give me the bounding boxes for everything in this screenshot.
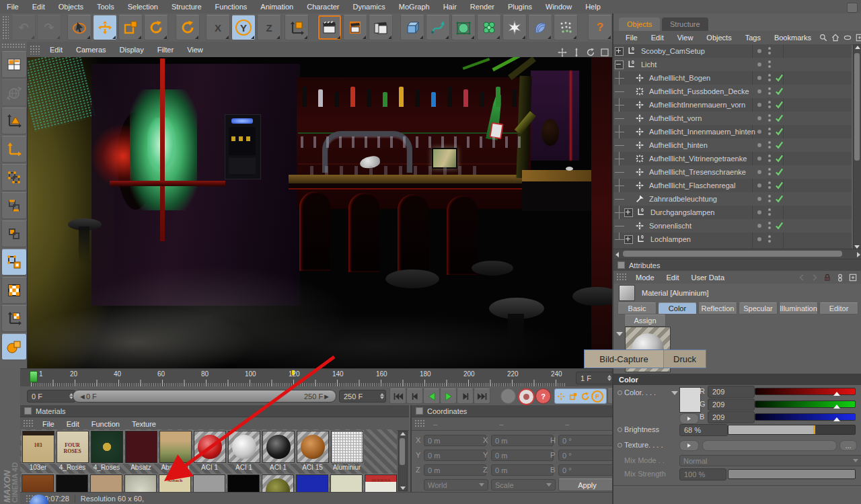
frame-increment-field[interactable]: 1 F — [576, 372, 613, 384]
render-settings-icon[interactable] — [343, 15, 367, 40]
materials-menu-function[interactable]: Function — [85, 420, 126, 428]
menubar-item-animation[interactable]: Animation — [254, 3, 300, 11]
tree-row[interactable]: Zahnradbeleuchtung — [613, 192, 852, 206]
polygons-mode-icon[interactable] — [1, 220, 27, 247]
material-thumbnail[interactable] — [22, 474, 54, 492]
rotate-view-icon[interactable] — [583, 44, 593, 54]
material-thumbnail[interactable] — [227, 474, 260, 492]
coord-field-size-Y[interactable]: 0 m — [491, 450, 554, 461]
goto-start-icon[interactable] — [389, 388, 406, 404]
goto-end-icon[interactable] — [474, 388, 490, 404]
tree-label[interactable]: Sonnenlischt — [649, 222, 691, 230]
play-backward-icon[interactable] — [423, 388, 440, 404]
uv-mode-icon[interactable] — [1, 249, 27, 276]
scroll-left-icon[interactable] — [615, 252, 619, 257]
scroll-up-icon[interactable] — [400, 432, 406, 435]
material-item[interactable]: ACI 15 — [296, 431, 329, 472]
layer-dot-icon[interactable] — [757, 143, 761, 147]
tree-row[interactable]: Aufhelllicht_Vitrinengetraenke — [613, 152, 852, 165]
material-item[interactable]: ACI 1 — [227, 431, 260, 472]
material-thumbnail[interactable]: Asbach — [159, 474, 191, 492]
materials-title-bar[interactable]: Materials — [20, 405, 409, 417]
material-thumbnail[interactable] — [125, 431, 157, 463]
materials-menu-file[interactable]: File — [36, 420, 61, 428]
material-thumbnail[interactable]: FOUR ROSES — [57, 431, 89, 463]
current-frame-field[interactable]: 0 F — [27, 390, 75, 403]
visibility-dots-icon[interactable] — [768, 47, 771, 50]
tree-label[interactable]: Scooby_CamSetup — [641, 47, 705, 55]
tree-label[interactable]: Durchgangslampen — [650, 208, 714, 216]
scroll-up-icon[interactable] — [855, 46, 860, 49]
material-thumbnail[interactable] — [296, 474, 328, 492]
tree-label[interactable]: Aufhellicht_Innenmauern_hinten — [649, 128, 755, 136]
material-thumbnail[interactable] — [331, 431, 363, 463]
menubar-item-selection[interactable]: Selection — [121, 3, 165, 11]
model-mode-icon[interactable] — [1, 108, 27, 134]
layer-dot-icon[interactable] — [757, 237, 761, 241]
material-item[interactable]: 103103er — [22, 431, 54, 472]
tab-specular[interactable]: Specular — [739, 302, 778, 314]
autokey-record-icon[interactable] — [518, 388, 535, 405]
tree-label[interactable]: Aufhelllicht_Flaschenregal — [649, 181, 735, 190]
rotate-tool-icon[interactable] — [144, 15, 168, 40]
material-item[interactable]: ACI 1 — [262, 431, 295, 472]
render-enabled-check-icon[interactable] — [775, 167, 784, 176]
material-item[interactable]: ACI 1 — [193, 431, 226, 472]
channel-G-slider[interactable] — [755, 401, 856, 408]
timeline-range-slider[interactable]: ◄ 0 F250 F ► — [73, 390, 336, 403]
visibility-dots-icon[interactable] — [768, 60, 771, 63]
slider-marker[interactable] — [833, 405, 840, 409]
menubar-item-hair[interactable]: Hair — [437, 3, 463, 11]
visibility-dots-icon[interactable] — [768, 141, 771, 144]
layout-manager-icon[interactable] — [1, 51, 27, 78]
coord-field-size-Z[interactable]: 0 m — [491, 464, 554, 476]
viewport-menu-view[interactable]: View — [180, 46, 210, 54]
viewport-menu-filter[interactable]: Filter — [151, 46, 180, 54]
tab-basic[interactable]: Basic — [617, 302, 657, 314]
material-thumbnail[interactable] — [56, 474, 88, 492]
preview-collapse-icon[interactable] — [616, 332, 623, 336]
mix-mode-dropdown[interactable]: Normal — [679, 455, 861, 466]
texture-expand-button[interactable] — [679, 440, 699, 451]
anim-dot-icon[interactable] — [617, 427, 622, 432]
expand-icon[interactable] — [615, 47, 624, 56]
visibility-dots-icon[interactable] — [768, 74, 771, 77]
tree-label[interactable]: Aufhellicht_vorn — [649, 114, 702, 122]
texture-browse-button[interactable]: ... — [839, 440, 857, 451]
tree-row[interactable]: Aufhellicht_Fussboden_Decke — [613, 85, 852, 98]
slider-marker[interactable] — [833, 392, 840, 396]
layer-dot-icon[interactable] — [757, 103, 761, 107]
apply-button[interactable]: Apply — [558, 478, 616, 491]
visibility-dots-icon[interactable] — [768, 168, 771, 171]
render-enabled-check-icon[interactable] — [775, 181, 784, 190]
visibility-dots-icon[interactable] — [768, 181, 771, 184]
color-expand-icon[interactable] — [671, 391, 678, 395]
layer-dot-icon[interactable] — [757, 157, 761, 161]
coord-field-position-Z[interactable]: 0 m — [424, 464, 486, 476]
tab-reflection[interactable]: Reflection — [698, 302, 737, 314]
range-right-arrow[interactable]: ► — [323, 392, 330, 401]
simulation-shell-icon[interactable] — [528, 15, 552, 40]
texture-mode-icon[interactable] — [1, 277, 27, 304]
visibility-dots-icon[interactable] — [768, 128, 771, 130]
menubar-item-window[interactable]: Window — [539, 3, 578, 11]
material-thumbnail[interactable] — [159, 431, 192, 463]
color-picker-button[interactable] — [679, 413, 699, 424]
tree-row[interactable]: Aufhelllicht_Flaschenregal — [613, 179, 852, 192]
material-thumbnail[interactable] — [90, 474, 122, 492]
layout-icon[interactable] — [847, 3, 858, 13]
material-item[interactable]: Aluminiur — [330, 431, 363, 472]
next-frame-icon[interactable] — [457, 388, 474, 404]
zoom-view-icon[interactable] — [568, 44, 578, 54]
tree-row[interactable]: Aufhelllicht_Tresenschraenke — [613, 165, 852, 179]
home-icon[interactable] — [830, 32, 841, 43]
tree-label[interactable]: Licht — [641, 60, 657, 69]
scale-dropdown[interactable]: Scale — [491, 479, 556, 491]
visibility-dots-icon[interactable] — [768, 208, 771, 211]
slider-marker[interactable] — [833, 417, 840, 421]
render-enabled-check-icon[interactable] — [775, 221, 784, 230]
menubar-item-tools[interactable]: Tools — [90, 3, 121, 11]
menubar-item-plugins[interactable]: Plugins — [501, 3, 539, 11]
object-tree-vscrollbar[interactable] — [853, 44, 861, 250]
deformer-icon[interactable] — [502, 15, 527, 40]
